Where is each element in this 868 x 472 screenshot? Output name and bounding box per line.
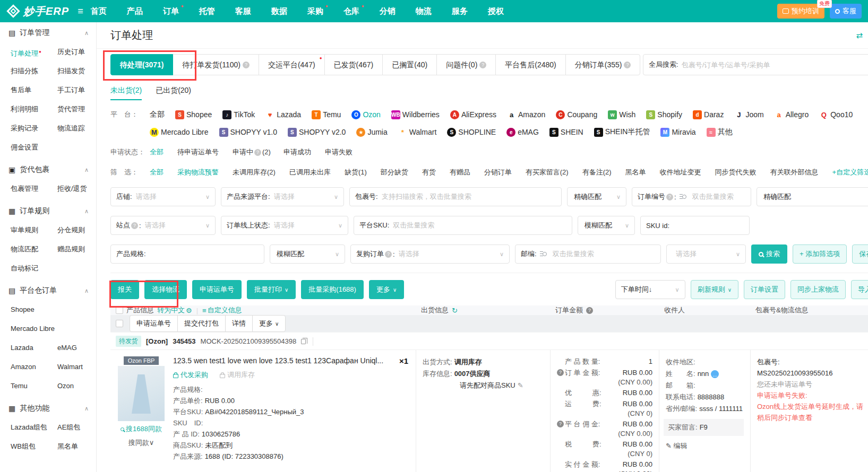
platform-filter[interactable]: M Mercado Libre xyxy=(150,126,209,138)
customer-service-button[interactable]: 客服 xyxy=(830,4,862,19)
search-field[interactable]: 模糊匹配 ∨ xyxy=(270,244,345,264)
bulk-action-button[interactable]: 批量打印∨ xyxy=(247,280,296,299)
status-tab[interactable]: 分销订单(355) ? xyxy=(565,54,641,75)
filter-chip[interactable]: 全部 xyxy=(150,166,165,179)
search-field[interactable]: 产品规格: xyxy=(110,244,264,264)
platform-filter[interactable]: S SHOPYY v2.0 xyxy=(288,126,346,138)
sidebar-item[interactable]: Lazada xyxy=(11,338,57,357)
sidebar-item[interactable]: 采购记录 xyxy=(11,119,57,138)
search-field[interactable]: 复购订单 ? : 请选择 ∨ xyxy=(350,244,510,264)
training-button[interactable]: 预约培训 免费 xyxy=(777,4,824,19)
filter-chip[interactable]: +自定义筛选 xyxy=(832,166,868,179)
sidebar-item[interactable]: 物流匹配 xyxy=(11,240,57,259)
platform-filter[interactable]: S SHEIN xyxy=(549,126,583,138)
search-field[interactable]: SKU id: xyxy=(640,216,750,235)
bulk-action-button[interactable]: 报关 xyxy=(110,280,139,299)
row-action-button[interactable]: 更多∨ xyxy=(252,315,286,332)
ship-subtab[interactable]: 未出货(2) xyxy=(110,86,142,100)
edit-receiver-link[interactable]: ✎ 编辑 xyxy=(666,441,744,451)
sidebar-section-forwarder[interactable]: ▣ 货代包裹 ∧ xyxy=(0,159,96,179)
hamburger-icon[interactable]: ≡ xyxy=(78,6,83,17)
status-tab[interactable]: 已搁置(40) xyxy=(382,54,437,75)
filter-chip[interactable]: 有备注(2) xyxy=(582,166,613,179)
custom-info-link[interactable]: ≡自定义信息 xyxy=(202,305,242,315)
sidebar-item[interactable]: 包裹管理 xyxy=(11,179,57,198)
platform-filter[interactable]: * Walmart xyxy=(398,126,437,138)
apply-status-chip[interactable]: 申请成功 xyxy=(283,146,312,159)
filter-chip[interactable]: 有买家留言(2) xyxy=(526,166,570,179)
search-same-link[interactable]: 搜同款∨ xyxy=(116,438,167,448)
sidebar-item[interactable]: 售后单 xyxy=(11,81,57,100)
sidebar-section-other[interactable]: ▦ 其他功能 ∧ xyxy=(0,398,96,418)
sidebar-item[interactable]: 自动标记 xyxy=(11,259,57,278)
filter-chip[interactable]: 有赠品 xyxy=(450,166,471,179)
platform-filter[interactable]: w Wish xyxy=(608,108,635,121)
row-action-button[interactable]: 提交代打包 xyxy=(177,315,226,332)
top-menu-item[interactable]: 授权 xyxy=(488,6,504,16)
collapse-icon[interactable]: ∧ xyxy=(84,30,89,37)
top-menu-item[interactable]: 首页 xyxy=(91,6,107,16)
top-menu-item[interactable]: 物流 xyxy=(416,6,432,16)
platform-filter[interactable]: S SHOPLINE xyxy=(447,126,496,138)
global-search-input[interactable] xyxy=(682,61,868,69)
top-menu-item[interactable]: 服务 xyxy=(452,6,468,16)
search-field[interactable]: 精确匹配 ∨ xyxy=(567,187,626,206)
top-menu-item[interactable]: 托管 xyxy=(199,6,215,16)
filter-chip[interactable]: 分销订单 xyxy=(484,166,513,179)
filter-chip[interactable]: 同步货代失败 xyxy=(715,166,758,179)
search-field[interactable]: 模糊匹配 ∨ xyxy=(578,216,635,235)
platform-filter[interactable]: C Coupang xyxy=(556,108,597,121)
filter-chip[interactable]: 缺货(1) xyxy=(345,166,368,179)
sidebar-item[interactable]: 扫描分拣 xyxy=(11,62,57,81)
status-tab[interactable]: 待处理(3071) xyxy=(110,54,173,75)
sidebar-item[interactable]: 审单规则 xyxy=(11,221,57,240)
platform-filter[interactable]: Q Qoo10 xyxy=(819,108,853,121)
platform-filter[interactable]: O Ozon xyxy=(351,108,380,121)
search-field[interactable]: 产品来源平台: 请选择 ∨ xyxy=(221,187,344,206)
use-stock-link[interactable]: 调用库存 xyxy=(220,370,255,380)
edit-icon[interactable]: ✎ xyxy=(518,381,523,389)
search-button[interactable]: 搜索 xyxy=(751,244,787,264)
platform-filter[interactable]: e eMAG xyxy=(506,126,539,138)
sidebar-item[interactable]: Walmart xyxy=(57,357,96,377)
platform-filter[interactable]: d Daraz xyxy=(693,108,724,121)
chat-icon[interactable] xyxy=(711,370,719,378)
status-tab[interactable]: 平台售后(2480) xyxy=(495,54,565,75)
search-field[interactable]: 包裹号: 支持扫描搜索，双击批量搜索 xyxy=(349,187,562,206)
sidebar-item[interactable]: 黑名单 xyxy=(57,437,96,456)
status-tab[interactable]: 问题件(0) ? xyxy=(436,54,496,75)
sidebar-item[interactable]: eMAG xyxy=(57,338,96,357)
collapse-icon[interactable]: ∧ xyxy=(84,405,89,412)
sidebar-item[interactable]: Lazada组包 xyxy=(11,418,57,437)
search-field[interactable]: 邮编: 双击批量搜索 xyxy=(515,244,661,264)
sidebar-item[interactable]: 物流追踪 xyxy=(57,119,96,138)
settings-action-button[interactable]: 同步上家物流 xyxy=(790,280,846,299)
bulk-action-button[interactable]: 申请运单号 xyxy=(192,280,242,299)
status-tab[interactable]: 已发货(467) xyxy=(324,54,383,75)
platform-filter[interactable]: J Joom xyxy=(734,108,763,121)
search-field[interactable]: 订单编号 ? : 双击批量搜索 xyxy=(632,187,751,206)
add-filter-button[interactable]: + 添加筛选项 xyxy=(793,244,847,264)
filter-chip[interactable]: 黑名单 xyxy=(625,166,647,179)
platform-filter[interactable]: S SHEIN半托管 xyxy=(594,126,650,138)
search-field[interactable]: 平台SKU: 双击批量搜索 xyxy=(354,216,572,235)
sidebar-item[interactable]: 订单处理● xyxy=(11,42,57,62)
sidebar-item[interactable]: Shopee xyxy=(11,300,96,319)
search-field[interactable]: 站点 ? : 请选择 ∨ xyxy=(110,216,216,235)
filter-chip[interactable]: 采购物流预警 xyxy=(177,166,220,179)
row-checkbox[interactable] xyxy=(116,320,123,327)
filter-chip[interactable]: 部分缺货 xyxy=(381,166,409,179)
platform-filter[interactable]: S SHOPYY v1.0 xyxy=(219,126,277,138)
sidebar-section-order-mgmt[interactable]: ▤ 订单管理 ∧ xyxy=(0,22,96,42)
top-menu-item[interactable]: 产品 xyxy=(127,6,143,16)
sidebar-item[interactable]: 拒收/退货 xyxy=(57,179,96,198)
platform-filter[interactable]: M Miravia xyxy=(660,126,695,138)
search-field[interactable]: 请选择 ∨ xyxy=(666,244,746,264)
global-search[interactable]: 全局搜索: xyxy=(643,54,868,75)
filter-chip[interactable]: 未调用库存(2) xyxy=(233,166,277,179)
platform-filter[interactable]: ♥ Lazada xyxy=(265,108,301,121)
product-title[interactable]: 123.5 wen test1 love wen love 123.5 test… xyxy=(173,356,394,365)
sidebar-section-order-rules[interactable]: ▦ 订单规则 ∧ xyxy=(0,200,96,221)
select-all-checkbox[interactable] xyxy=(116,307,123,314)
refresh-icon[interactable]: ↻ xyxy=(452,307,458,314)
